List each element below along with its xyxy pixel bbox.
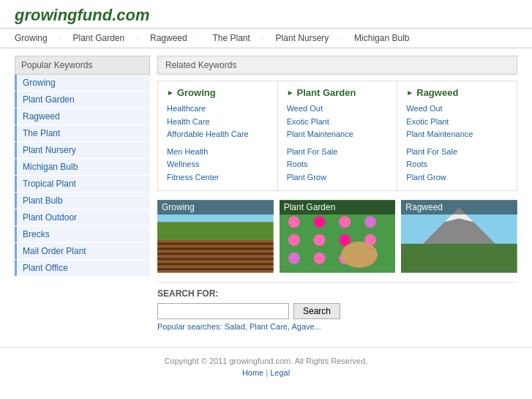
image-card-title: Ragweed (401, 200, 517, 215)
sidebar-item-plant-garden[interactable]: Plant Garden (15, 92, 150, 108)
nav-separator: · (199, 34, 201, 42)
related-col-title[interactable]: ► Ragweed (406, 87, 508, 98)
arrow-icon: ► (167, 89, 174, 97)
rk-link[interactable]: Affordable Health Care (167, 128, 269, 141)
sidebar-item-brecks[interactable]: Brecks (15, 226, 150, 242)
site-title[interactable]: growingfund.com (15, 6, 517, 25)
rk-link[interactable]: Fitness Center (167, 171, 269, 184)
sidebar-item-plant-office[interactable]: Plant Office (15, 260, 150, 276)
svg-point-11 (313, 216, 325, 228)
sidebar-item-plant-bulb[interactable]: Plant Bulb (15, 193, 150, 209)
related-col-title[interactable]: ► Plant Garden (287, 87, 389, 98)
svg-point-10 (288, 216, 300, 228)
rk-link[interactable]: Exotic Plant (406, 116, 508, 129)
rk-link[interactable]: Plant Grow (287, 171, 389, 184)
nav-item-plant-garden[interactable]: Plant Garden (72, 33, 124, 43)
svg-point-22 (341, 242, 378, 268)
sidebar-item-the-plant[interactable]: The Plant (15, 125, 150, 141)
svg-point-18 (288, 252, 300, 264)
related-keywords-grid: ► GrowingHealthcareHealth CareAffordable… (157, 81, 517, 191)
rk-link[interactable]: Wellness (167, 158, 269, 171)
main-content: Popular Keywords GrowingPlant GardenRagw… (0, 48, 532, 344)
arrow-icon: ► (406, 89, 413, 97)
popular-searches: Popular searches: Salad, Plant Care, Aga… (157, 322, 517, 331)
sidebar-item-plant-nursery[interactable]: Plant Nursery (15, 142, 150, 158)
footer-copyright: Copyright © 2011 growingfund.com. All Ri… (9, 357, 523, 365)
sidebar-item-mail-order-plant[interactable]: Mail Order Plant (15, 243, 150, 259)
footer-home-link[interactable]: Home (242, 368, 263, 377)
rk-link[interactable]: Health Care (167, 116, 269, 129)
related-keywords-header: Related Keywords (157, 56, 517, 75)
search-section: SEARCH FOR: Search Popular searches: Sal… (157, 282, 517, 337)
svg-rect-1 (157, 222, 274, 240)
image-card-growing[interactable]: Growing (157, 200, 274, 273)
rk-link[interactable]: Plant For Sale (406, 146, 508, 159)
svg-point-13 (364, 216, 376, 228)
related-col-growing: ► GrowingHealthcareHealth CareAffordable… (158, 81, 278, 190)
popular-searches-text[interactable]: Popular searches: Salad, Plant Care, Aga… (157, 322, 321, 331)
search-row: Search (157, 303, 517, 319)
svg-point-15 (313, 234, 325, 246)
rk-link[interactable]: Roots (287, 158, 389, 171)
nav-item-ragweed[interactable]: Ragweed (150, 33, 187, 43)
image-card-garden[interactable]: Plant Garden (280, 200, 396, 273)
search-input[interactable] (157, 303, 289, 319)
sidebar-item-michigan-bulb[interactable]: Michigan Bulb (15, 159, 150, 175)
nav-item-growing[interactable]: Growing (15, 33, 48, 43)
nav-separator: · (262, 34, 264, 42)
sidebar-item-ragweed[interactable]: Ragweed (15, 108, 150, 124)
svg-point-14 (288, 234, 300, 246)
sidebar: Popular Keywords GrowingPlant GardenRagw… (15, 56, 150, 337)
rk-link[interactable]: Plant Maintenance (406, 128, 508, 141)
image-card-ragweed[interactable]: Ragweed (401, 200, 517, 273)
nav-separator: · (136, 34, 138, 42)
nav-item-the-plant[interactable]: The Plant (212, 33, 250, 43)
search-label: SEARCH FOR: (157, 288, 517, 299)
rk-link[interactable]: Roots (406, 158, 508, 171)
svg-rect-26 (401, 243, 517, 272)
sidebar-item-tropical-plant[interactable]: Tropical Plant (15, 176, 150, 192)
images-grid: GrowingPlant GardenRagweed (157, 200, 517, 273)
search-button[interactable]: Search (293, 303, 340, 319)
rk-link[interactable]: Men Health (167, 146, 269, 159)
nav-separator: · (340, 34, 342, 42)
rk-link[interactable]: Plant Grow (406, 171, 508, 184)
sidebar-item-plant-outdoor[interactable]: Plant Outdoor (15, 209, 150, 225)
svg-point-19 (313, 252, 325, 264)
nav-item-plant-nursery[interactable]: Plant Nursery (276, 33, 329, 43)
footer: Copyright © 2011 growingfund.com. All Ri… (0, 347, 532, 386)
related-col-plant-garden: ► Plant GardenWeed OutExotic PlantPlant … (278, 81, 398, 190)
rk-link[interactable]: Weed Out (406, 102, 508, 116)
site-header: growingfund.com (0, 0, 532, 28)
footer-legal-link[interactable]: Legal (270, 368, 290, 377)
sidebar-item-growing[interactable]: Growing (15, 75, 150, 91)
related-col-ragweed: ► RagweedWeed OutExotic PlantPlant Maint… (397, 81, 517, 190)
rk-link[interactable]: Exotic Plant (287, 116, 389, 129)
related-col-title[interactable]: ► Growing (167, 87, 269, 98)
main-nav: Growing·Plant Garden·Ragweed·The Plant·P… (0, 28, 532, 48)
svg-rect-2 (157, 240, 274, 273)
nav-item-michigan-bulb[interactable]: Michigan Bulb (354, 33, 409, 43)
rk-link[interactable]: Healthcare (167, 102, 269, 116)
image-card-title: Plant Garden (280, 200, 396, 215)
image-card-title: Growing (157, 200, 274, 215)
svg-point-12 (339, 216, 351, 228)
rk-link[interactable]: Weed Out (287, 102, 389, 116)
rk-link[interactable]: Plant For Sale (287, 146, 389, 159)
rk-link[interactable]: Plant Maintenance (287, 128, 389, 141)
arrow-icon: ► (287, 89, 294, 97)
sidebar-header: Popular Keywords (15, 56, 150, 75)
content-area: Related Keywords ► GrowingHealthcareHeal… (157, 56, 517, 337)
nav-separator: · (59, 34, 61, 42)
footer-links: Home | Legal (9, 368, 523, 377)
